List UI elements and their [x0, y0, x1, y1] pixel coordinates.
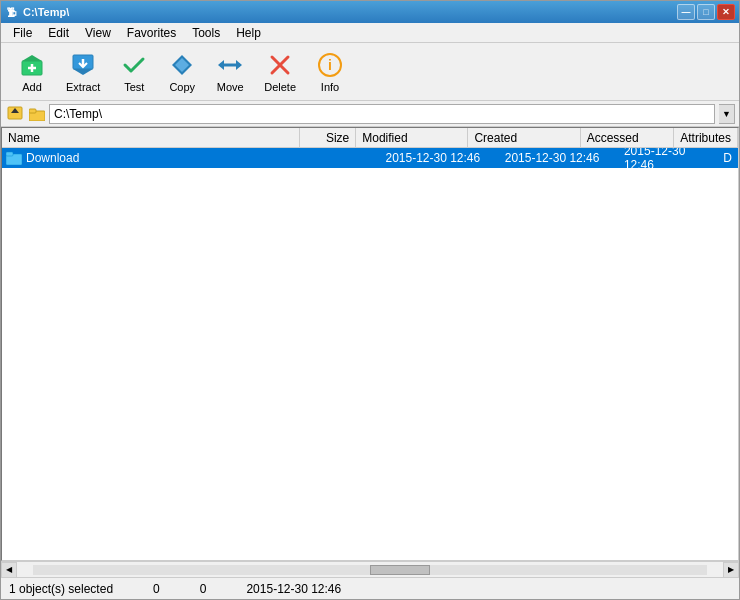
svg-marker-11: [218, 60, 224, 70]
status-size1-text: 0: [153, 582, 160, 596]
column-headers: Name Size Modified Created Accessed Attr…: [2, 128, 738, 148]
col-header-size[interactable]: Size: [300, 128, 357, 147]
col-header-accessed[interactable]: Accessed: [581, 128, 675, 147]
file-accessed: 2015-12-30 12:46: [618, 148, 717, 172]
menu-favorites[interactable]: Favorites: [119, 24, 184, 42]
delete-icon: [266, 51, 294, 79]
status-objects: 1 object(s) selected: [9, 582, 113, 596]
col-header-created[interactable]: Created: [468, 128, 580, 147]
file-list-container: Name Size Modified Created Accessed Attr…: [1, 127, 739, 561]
svg-rect-21: [6, 152, 13, 156]
info-label: Info: [321, 81, 339, 93]
delete-label: Delete: [264, 81, 296, 93]
move-button[interactable]: Move: [207, 46, 253, 98]
toolbar: Add Extract Test: [1, 43, 739, 101]
menu-edit[interactable]: Edit: [40, 24, 77, 42]
title-bar-controls: — □ ✕: [677, 4, 735, 20]
add-icon: [18, 51, 46, 79]
col-header-modified[interactable]: Modified: [356, 128, 468, 147]
svg-text:i: i: [328, 57, 332, 73]
copy-icon: [168, 51, 196, 79]
svg-marker-1: [22, 55, 42, 61]
svg-rect-19: [29, 109, 36, 113]
menu-view[interactable]: View: [77, 24, 119, 42]
status-size2-text: 0: [200, 582, 207, 596]
maximize-button[interactable]: □: [697, 4, 715, 20]
extract-icon: [69, 51, 97, 79]
horizontal-scrollbar[interactable]: ◀ ▶: [1, 561, 739, 577]
menu-bar: File Edit View Favorites Tools Help: [1, 23, 739, 43]
move-icon: [216, 51, 244, 79]
file-rows: Download 2015-12-30 12:46 2015-12-30 12:…: [2, 148, 738, 560]
file-created: 2015-12-30 12:46: [499, 151, 618, 165]
info-icon: i: [316, 51, 344, 79]
svg-marker-5: [73, 69, 93, 75]
table-row[interactable]: Download 2015-12-30 12:46 2015-12-30 12:…: [2, 148, 738, 168]
minimize-button[interactable]: —: [677, 4, 695, 20]
file-name: Download: [2, 151, 320, 165]
svg-marker-10: [236, 60, 242, 70]
title-bar-left: 🗜 C:\Temp\: [5, 5, 69, 19]
status-size1: 0: [153, 582, 160, 596]
test-label: Test: [124, 81, 144, 93]
menu-file[interactable]: File: [5, 24, 40, 42]
delete-button[interactable]: Delete: [255, 46, 305, 98]
col-header-name[interactable]: Name: [2, 128, 300, 147]
test-icon: [120, 51, 148, 79]
info-button[interactable]: i Info: [307, 46, 353, 98]
address-bar: C:\Temp\ ▼: [1, 101, 739, 127]
close-button[interactable]: ✕: [717, 4, 735, 20]
address-path: C:\Temp\: [54, 107, 102, 121]
status-timestamp: 2015-12-30 12:46: [246, 582, 341, 596]
scroll-left-button[interactable]: ◀: [1, 562, 17, 578]
status-timestamp-text: 2015-12-30 12:46: [246, 582, 341, 596]
scrollbar-track[interactable]: [33, 565, 707, 575]
file-name-text: Download: [26, 151, 79, 165]
scrollbar-thumb[interactable]: [370, 565, 430, 575]
scroll-right-button[interactable]: ▶: [723, 562, 739, 578]
address-dropdown[interactable]: ▼: [719, 104, 735, 124]
status-objects-text: 1 object(s) selected: [9, 582, 113, 596]
col-header-attributes[interactable]: Attributes: [674, 128, 738, 147]
extract-label: Extract: [66, 81, 100, 93]
copy-button[interactable]: Copy: [159, 46, 205, 98]
address-input[interactable]: C:\Temp\: [49, 104, 715, 124]
menu-tools[interactable]: Tools: [184, 24, 228, 42]
move-label: Move: [217, 81, 244, 93]
file-modified: 2015-12-30 12:46: [379, 151, 498, 165]
add-label: Add: [22, 81, 42, 93]
title-bar: 🗜 C:\Temp\ — □ ✕: [1, 1, 739, 23]
status-size2: 0: [200, 582, 207, 596]
window-title: C:\Temp\: [23, 6, 69, 18]
extract-button[interactable]: Extract: [57, 46, 109, 98]
main-window: 🗜 C:\Temp\ — □ ✕ File Edit View Favorite…: [0, 0, 740, 600]
file-attributes: D: [717, 151, 738, 165]
menu-help[interactable]: Help: [228, 24, 269, 42]
path-folder-icon: [29, 107, 45, 121]
address-up-button[interactable]: [5, 104, 25, 124]
folder-icon: [6, 151, 22, 165]
add-button[interactable]: Add: [9, 46, 55, 98]
test-button[interactable]: Test: [111, 46, 157, 98]
app-icon: 🗜: [5, 5, 19, 19]
status-bar: 1 object(s) selected 0 0 2015-12-30 12:4…: [1, 577, 739, 599]
copy-label: Copy: [169, 81, 195, 93]
